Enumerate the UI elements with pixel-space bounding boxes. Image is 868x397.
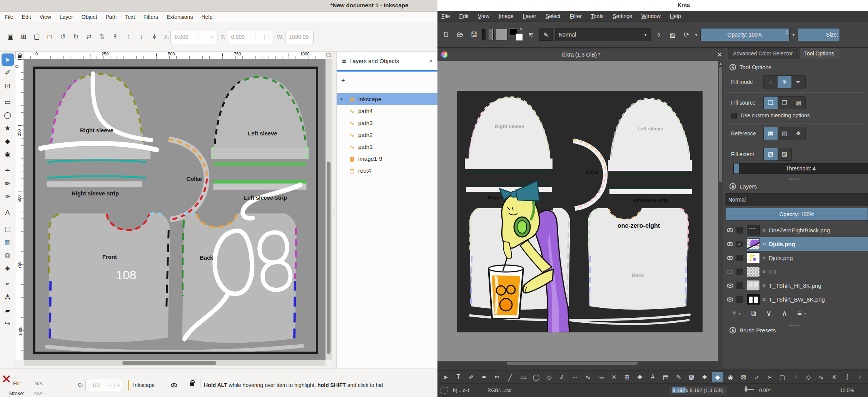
calligraphy-tool[interactable]: ✒: [479, 372, 490, 382]
krita-titlebar[interactable]: Krita: [437, 0, 868, 11]
blend-mode-dropdown[interactable]: Normal ▾: [555, 28, 651, 41]
selector-tool[interactable]: ➤: [2, 53, 14, 66]
collar-orange-dash[interactable]: [169, 139, 207, 175]
teal-line-2[interactable]: [47, 176, 146, 178]
eraser-mode-icon[interactable]: ⬨: [653, 29, 664, 40]
layer-visibility-eye-icon[interactable]: [723, 242, 736, 246]
chevron-down-icon[interactable]: ▾: [793, 33, 795, 37]
horizontal-ruler[interactable]: 02505007501000: [24, 52, 326, 59]
tree-row[interactable]: ▣ image1-9: [337, 153, 437, 165]
docker-resize-handle[interactable]: ••••••: [789, 323, 801, 327]
y-value[interactable]: 0.000: [227, 34, 255, 40]
open-document-icon[interactable]: 🗁: [454, 29, 466, 40]
gradient-tool[interactable]: ▤: [2, 223, 14, 235]
select-all-layers-icon[interactable]: ⊞: [17, 30, 30, 43]
chevron-down-icon[interactable]: ▾: [695, 33, 697, 37]
tool-options-header[interactable]: Tool Options: [729, 64, 771, 70]
layer-select-checkbox[interactable]: [736, 255, 743, 261]
fill-mode-similar-colors-button[interactable]: ✳: [778, 76, 791, 88]
menu-item[interactable]: View: [40, 14, 51, 20]
selection-box-icon[interactable]: ◻: [43, 30, 56, 43]
layers-docker-header[interactable]: Layers: [729, 183, 757, 190]
add-layer-button[interactable]: +: [341, 77, 351, 86]
fill-tool[interactable]: ◆: [712, 372, 723, 382]
tree-row[interactable]: ▾ ▤ Inkscape: [337, 93, 437, 105]
ellipse-tool[interactable]: ◯: [531, 372, 542, 382]
pattern-edit-tool[interactable]: ▩: [686, 372, 698, 382]
left-sleeve-piece[interactable]: [214, 77, 307, 150]
menu-item[interactable]: Image: [499, 13, 514, 19]
layer-name[interactable]: OneZeroEightBlack.png: [769, 227, 830, 234]
menu-item[interactable]: Help: [201, 14, 212, 20]
gradient-tool[interactable]: ▤: [660, 372, 671, 382]
layer-row-main[interactable]: α Fill: [747, 265, 868, 279]
mesh-gradient-tool[interactable]: ▦: [2, 236, 14, 248]
layer-row-main[interactable]: α OneZeroEightBlack.png: [747, 223, 868, 237]
box-3d-tool[interactable]: ◆: [2, 135, 14, 147]
stroke-value[interactable]: N/A: [34, 390, 43, 396]
layer-blend-mode-dropdown[interactable]: Normal: [725, 193, 868, 206]
inherit-alpha-icon[interactable]: α: [763, 255, 766, 260]
layer-select-checkbox[interactable]: [736, 227, 743, 234]
fill-value[interactable]: N/A: [35, 380, 43, 386]
raise-to-top-icon[interactable]: ↟: [108, 30, 122, 43]
fill-source-background-button[interactable]: ❐: [778, 97, 791, 109]
add-layer-dropdown-icon[interactable]: ▾: [739, 311, 741, 315]
layer-select-checkbox[interactable]: [736, 269, 743, 275]
document-tab[interactable]: d.kra (1.3 GiB) * ✕: [437, 48, 728, 61]
object-label[interactable]: rect4: [358, 167, 371, 174]
tree-row[interactable]: ∿ path3: [337, 117, 437, 129]
right-strip-label[interactable]: Right sleeve strip: [72, 190, 119, 197]
ellipse-select-tool[interactable]: ◌: [790, 372, 801, 382]
preserve-alpha-icon[interactable]: ▨: [667, 29, 678, 40]
menu-item[interactable]: Tools: [591, 13, 604, 19]
hem-strip[interactable]: [47, 346, 303, 352]
raise-icon[interactable]: ↑: [122, 30, 135, 43]
docker-lock-icon[interactable]: [729, 183, 736, 190]
rect-select-tool[interactable]: ▢: [776, 372, 788, 382]
pattern-chooser[interactable]: [496, 29, 507, 40]
brush-presets-header[interactable]: Brush Presets: [729, 327, 776, 334]
fill-source-foreground-button[interactable]: ❏: [764, 97, 778, 109]
layer-opacity-slider[interactable]: Opacity: 100%: [726, 208, 868, 221]
layer-row-main[interactable]: α Djuls.png: [747, 237, 868, 251]
teal-line-1[interactable]: [47, 160, 146, 162]
front-logo-108[interactable]: 108: [116, 269, 137, 282]
polygon-tool[interactable]: ◇: [543, 372, 555, 382]
inkscape-page[interactable]: Right sleeve Left sleeve Collar Right sl…: [33, 67, 318, 354]
layer-properties-button[interactable]: ≡: [797, 309, 802, 318]
fg-bg-color-swatch[interactable]: ⇅: [510, 28, 523, 41]
measure-tool[interactable]: ⊿: [751, 372, 762, 382]
docker-lock-icon[interactable]: [729, 327, 736, 334]
text-tool[interactable]: A: [2, 207, 14, 219]
crop-tool[interactable]: #: [647, 372, 659, 382]
layer-thumbnail[interactable]: [747, 225, 760, 235]
panel-resize-handle[interactable]: ⋮: [332, 52, 336, 369]
image-dimensions[interactable]: 8,192 x 8,192 (1.3 GiB): [668, 385, 727, 395]
layer-name[interactable]: Djuls.png: [769, 241, 795, 247]
spiral-tool[interactable]: ◉: [2, 148, 14, 160]
custom-blending-checkbox[interactable]: [731, 113, 737, 118]
front-piece[interactable]: [48, 214, 170, 342]
right-sleeve-label[interactable]: Right sleeve: [495, 123, 524, 129]
layer-name[interactable]: Djuls.png: [769, 255, 793, 261]
inkscape-canvas[interactable]: Right sleeve Left sleeve Collar Right sl…: [24, 59, 326, 360]
left-sleeve-band[interactable]: [211, 148, 309, 159]
inkscape-titlebar[interactable]: *New document 1 - Inkscape: [0, 0, 437, 12]
tree-row[interactable]: ▢ rect4: [337, 165, 437, 177]
tree-row[interactable]: ∿ path1: [337, 141, 437, 153]
object-label[interactable]: image1-9: [358, 155, 382, 162]
tab-tool-options[interactable]: Tool Options: [799, 48, 839, 59]
right-sleeve-band[interactable]: [45, 147, 150, 159]
magnetic-select-tool[interactable]: ≀: [855, 372, 866, 382]
layer-name[interactable]: T_TShirt_BW_8K.png: [769, 296, 825, 303]
layer-select-checkbox[interactable]: [736, 282, 743, 289]
expander-icon[interactable]: ▾: [341, 97, 346, 102]
left-sleeve-band[interactable]: [608, 160, 692, 171]
opacity-slider[interactable]: Opacity: 100% ▲▼: [700, 28, 790, 41]
pen-tool[interactable]: ✒: [2, 164, 14, 177]
layer-thumbnail[interactable]: [747, 280, 760, 291]
similar-color-select-tool[interactable]: ✳: [828, 372, 840, 382]
swap-colors-icon[interactable]: ⇅: [520, 27, 523, 31]
tshirt-design-canvas[interactable]: Right sleeve Left sleeve Collar Right sl…: [457, 91, 703, 332]
